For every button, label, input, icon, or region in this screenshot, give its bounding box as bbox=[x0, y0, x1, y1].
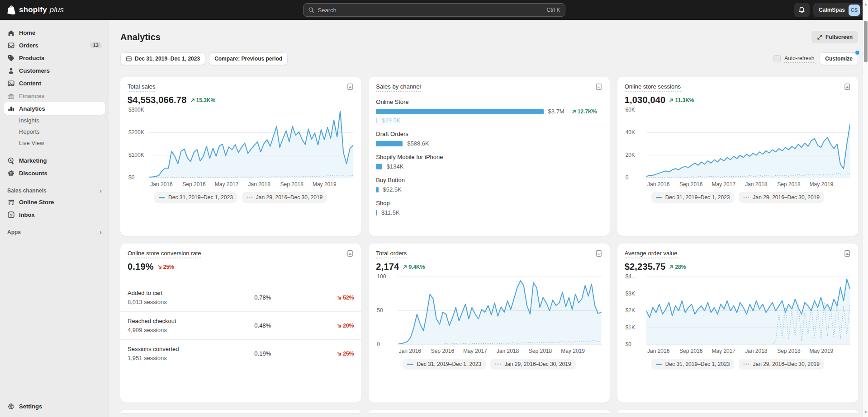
x-axis-tick: Sep 2018 bbox=[777, 181, 800, 187]
sidebar-item-settings[interactable]: Settings bbox=[4, 400, 105, 412]
x-axis-tick: Jan 2018 bbox=[745, 348, 767, 354]
sidebar-item-discounts[interactable]: Discounts bbox=[4, 167, 105, 179]
sidebar-item-finances[interactable]: Finances bbox=[4, 89, 105, 102]
search-shortcut: Ctrl K bbox=[547, 7, 560, 13]
x-axis-tick: Jan 2016 bbox=[647, 348, 669, 354]
legend-current-period[interactable]: Dec 31, 2019–Dec 1, 2023 bbox=[403, 359, 486, 370]
channel-name[interactable]: Buy Button bbox=[376, 177, 602, 183]
metric-value: $2,235.75 bbox=[625, 262, 666, 272]
x-axis-tick: May 2019 bbox=[810, 181, 834, 187]
y-axis-tick: $0 bbox=[626, 341, 631, 347]
legend-current-period[interactable]: Dec 31, 2019–Dec 1, 2023 bbox=[651, 359, 735, 370]
y-axis-tick: 20K bbox=[626, 152, 635, 158]
line-chart-svg bbox=[646, 111, 850, 178]
conversion-rate-card: Online store conversion rate 0.19% 25% bbox=[120, 244, 361, 403]
chart-legend: Dec 31, 2019–Dec 1, 2023Jan 29, 2016–Dec… bbox=[128, 192, 354, 203]
report-icon[interactable] bbox=[595, 250, 602, 257]
compare-button[interactable]: Compare: Previous period bbox=[209, 52, 288, 65]
finances-icon bbox=[7, 92, 15, 100]
channel-name[interactable]: Shop bbox=[376, 200, 602, 206]
x-axis-tick: Sep 2018 bbox=[777, 348, 800, 354]
gear-icon bbox=[7, 403, 15, 410]
sidebar-item-content[interactable]: Content bbox=[4, 77, 105, 89]
auto-refresh-checkbox[interactable] bbox=[773, 55, 781, 62]
line-chart-svg bbox=[398, 277, 601, 344]
arrow-up-right-icon bbox=[669, 265, 674, 269]
channel-name[interactable]: Draft Orders bbox=[376, 131, 602, 137]
card-title[interactable]: Total sales bbox=[128, 83, 155, 92]
sidebar-item-products[interactable]: Products bbox=[4, 52, 105, 64]
sidebar-item-reports[interactable]: Reports bbox=[4, 126, 105, 137]
channel-name[interactable]: Online Store bbox=[376, 98, 602, 105]
fullscreen-button[interactable]: Fullscreen bbox=[811, 31, 858, 43]
funnel-row-sessions-converted: Sessions converted 1,951 sessions 0.19% … bbox=[120, 339, 361, 367]
scroll-down-arrow[interactable]: ▼ bbox=[864, 411, 868, 414]
partial-card bbox=[120, 410, 361, 413]
sales-channels-header[interactable]: Sales channels › bbox=[4, 186, 105, 196]
legend-previous-period[interactable]: Jan 29, 2016–Dec 30, 2019 bbox=[739, 192, 824, 203]
notifications-button[interactable] bbox=[794, 3, 810, 17]
gridline bbox=[646, 110, 850, 110]
legend-dotted-swatch bbox=[247, 197, 253, 198]
sidebar-item-inbox[interactable]: S Inbox bbox=[4, 208, 105, 221]
arrow-up-right-icon bbox=[669, 98, 674, 103]
y-axis-tick: 100 bbox=[377, 273, 386, 280]
card-title[interactable]: Total orders bbox=[376, 250, 407, 258]
card-title[interactable]: Online store sessions bbox=[625, 83, 681, 92]
marketing-icon bbox=[7, 157, 15, 164]
window-scrollbar[interactable]: ▲ ▼ bbox=[863, 0, 868, 417]
auto-refresh-toggle[interactable]: Auto-refresh bbox=[773, 55, 814, 63]
legend-previous-period[interactable]: Jan 29, 2016–Dec 30, 2019 bbox=[739, 359, 824, 370]
apps-header[interactable]: Apps › bbox=[4, 227, 105, 237]
brand-name: shopify bbox=[19, 5, 47, 14]
customize-button[interactable]: Customize bbox=[820, 52, 858, 65]
channel-row: Draft Orders $588.6K bbox=[376, 131, 602, 147]
arrow-down-right-icon bbox=[337, 323, 342, 328]
scrollbar-thumb[interactable] bbox=[864, 21, 868, 62]
sidebar-item-analytics[interactable]: Analytics bbox=[4, 102, 105, 115]
card-title[interactable]: Average order value bbox=[625, 250, 678, 258]
chart-legend: Dec 31, 2019–Dec 1, 2023Jan 29, 2016–Dec… bbox=[625, 192, 851, 203]
metric-value: $4,553,066.78 bbox=[128, 95, 187, 105]
report-icon[interactable] bbox=[346, 250, 354, 257]
report-icon[interactable] bbox=[844, 83, 851, 90]
average-order-value-card: Average order value $2,235.75 28% $4...$… bbox=[617, 244, 858, 403]
sidebar-item-online-store[interactable]: Online Store bbox=[4, 196, 105, 208]
calendar-icon bbox=[126, 56, 132, 62]
legend-previous-period[interactable]: Jan 29, 2016–Dec 30, 2019 bbox=[242, 192, 327, 203]
report-icon[interactable] bbox=[595, 83, 602, 90]
date-range-button[interactable]: Dec 31, 2019–Dec 1, 2023 bbox=[120, 52, 205, 65]
report-icon[interactable] bbox=[844, 250, 851, 257]
legend-previous-period[interactable]: Jan 29, 2016–Dec 30, 2019 bbox=[490, 359, 575, 370]
store-menu[interactable]: CalmSpas CS bbox=[813, 3, 862, 17]
channel-value: $588.6K bbox=[407, 140, 429, 147]
sidebar-item-customers[interactable]: Customers bbox=[4, 64, 105, 77]
arrow-up-right-icon bbox=[403, 265, 407, 269]
legend-current-period[interactable]: Dec 31, 2019–Dec 1, 2023 bbox=[651, 192, 735, 203]
x-axis-tick: Jan 2018 bbox=[497, 348, 519, 354]
sidebar-item-insights[interactable]: Insights bbox=[4, 115, 105, 126]
sidebar-item-marketing[interactable]: Marketing bbox=[4, 154, 105, 167]
card-title[interactable]: Sales by channel bbox=[376, 83, 421, 92]
x-axis-tick: Sep 2016 bbox=[679, 181, 702, 187]
sidebar-item-live-view[interactable]: Live View bbox=[4, 137, 105, 149]
search-input[interactable]: Search Ctrl K bbox=[303, 3, 565, 17]
sidebar-item-orders[interactable]: Orders 13 bbox=[4, 39, 105, 52]
legend-dotted-swatch bbox=[743, 197, 749, 198]
change-badge: 25% bbox=[337, 351, 354, 357]
channel-row: Online Store $3.7M 12.7K% $29.5K bbox=[376, 98, 602, 124]
report-icon[interactable] bbox=[346, 83, 354, 90]
shopify-plus-logo[interactable]: shopifyplus bbox=[6, 5, 64, 15]
inbox-icon: S bbox=[7, 211, 15, 219]
sidebar-item-home[interactable]: Home bbox=[4, 26, 105, 39]
channel-bar bbox=[376, 109, 543, 114]
arrow-down-right-icon bbox=[337, 351, 342, 356]
chevron-right-icon: › bbox=[100, 187, 102, 194]
discounts-icon bbox=[7, 169, 15, 177]
channel-name[interactable]: Shopify Mobile for iPhone bbox=[376, 154, 602, 160]
legend-current-period[interactable]: Dec 31, 2019–Dec 1, 2023 bbox=[154, 192, 237, 203]
scroll-up-arrow[interactable]: ▲ bbox=[864, 3, 868, 6]
card-title[interactable]: Online store conversion rate bbox=[128, 250, 201, 258]
home-icon bbox=[7, 29, 15, 37]
plot-area: 60K40K20K0 bbox=[625, 110, 851, 178]
